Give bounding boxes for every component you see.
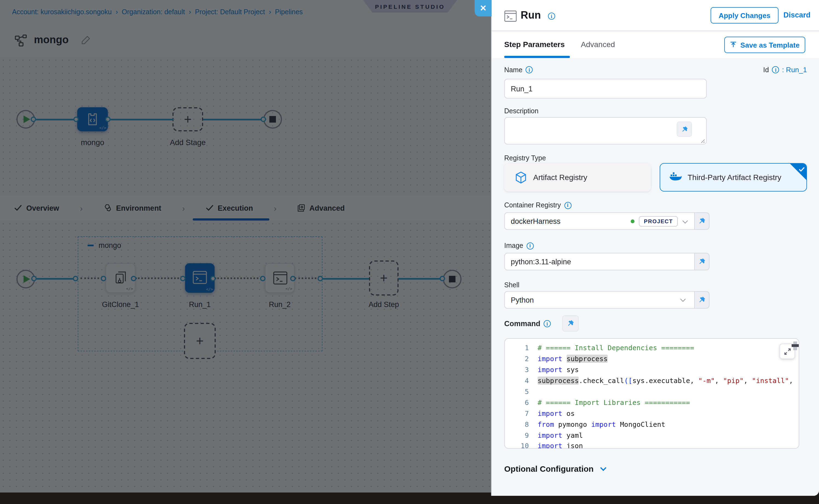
discard-button[interactable]: Discard <box>783 11 811 19</box>
pin-icon <box>698 258 706 265</box>
code-text: import subprocess <box>538 355 608 363</box>
code-line[interactable]: 2import subprocess <box>505 354 799 364</box>
expand-icon <box>784 348 791 355</box>
description-input[interactable] <box>504 117 707 144</box>
selected-check-icon <box>799 165 805 173</box>
upload-icon <box>730 41 737 48</box>
line-number: 7 <box>505 409 538 418</box>
chevron-down-icon <box>600 465 607 471</box>
description-label: Description <box>504 107 539 115</box>
code-text: subprocess.check_call([sys.executable, "… <box>538 376 793 385</box>
pin-button[interactable] <box>695 291 710 309</box>
name-input[interactable] <box>504 79 707 99</box>
info-icon[interactable]: i <box>548 13 555 20</box>
code-line[interactable]: 8from pymongo import MongoClient <box>505 419 799 430</box>
info-icon[interactable]: i <box>544 320 551 327</box>
shell-select[interactable]: Python <box>504 291 695 309</box>
line-number: 2 <box>505 355 538 363</box>
pin-icon <box>681 126 688 133</box>
line-number: 9 <box>505 431 538 439</box>
step-config-drawer: ✕ Run i Apply Changes Discard Step Param… <box>491 0 819 496</box>
line-number: 1 <box>505 344 538 352</box>
pin-button[interactable] <box>562 315 579 332</box>
pin-button[interactable] <box>695 253 710 270</box>
line-number: 8 <box>505 420 538 428</box>
name-label: Namei <box>504 66 533 74</box>
image-label: Imagei <box>504 242 534 250</box>
line-number: 6 <box>505 398 538 407</box>
pipeline-studio-screen: Account: kurosakiichigo.songoku › Organi… <box>0 0 819 504</box>
step-parameters-form: Namei Idi : Run_1 Description Registry T… <box>492 58 819 496</box>
code-text: # ====== Install Dependencies ======== <box>538 344 694 352</box>
pin-button[interactable] <box>695 212 710 230</box>
code-text: # ====== Import Libraries =========== <box>538 398 690 407</box>
code-line[interactable]: 5 <box>505 386 799 397</box>
info-icon[interactable]: i <box>772 66 779 73</box>
code-line[interactable]: 4subprocess.check_call([sys.executable, … <box>505 375 799 386</box>
image-input[interactable] <box>504 253 695 270</box>
code-line[interactable]: 1# ====== Install Dependencies ======== <box>505 343 799 354</box>
chevron-down-icon <box>680 296 686 302</box>
pin-icon <box>567 320 574 327</box>
connectivity-dot <box>631 219 635 223</box>
info-icon[interactable]: i <box>526 66 533 73</box>
code-text: import sys <box>538 366 579 374</box>
modal-dim-overlay[interactable] <box>0 0 491 493</box>
line-number: 10 <box>505 442 538 449</box>
code-text: import os <box>538 409 575 418</box>
active-tab-underline <box>504 56 570 58</box>
editor-overview-marker <box>792 344 799 347</box>
container-registry-label: Container Registryi <box>504 201 571 209</box>
tab-advanced-panel[interactable]: Advanced <box>581 40 615 49</box>
line-number: 5 <box>505 387 538 396</box>
pin-icon <box>698 296 706 304</box>
command-code-editor[interactable]: 1# ====== Install Dependencies ========2… <box>504 338 799 449</box>
drawer-title: Run <box>521 9 541 21</box>
pin-icon <box>698 217 706 225</box>
close-drawer-button[interactable]: ✕ <box>475 0 492 16</box>
tab-step-parameters[interactable]: Step Parameters <box>504 40 565 49</box>
code-line[interactable]: 7import os <box>505 408 799 419</box>
code-text: import json <box>538 442 583 449</box>
drawer-tabs-bar: Step Parameters Advanced Save as Templat… <box>492 31 819 58</box>
drawer-header: Run i Apply Changes Discard <box>492 0 819 31</box>
line-number: 4 <box>505 376 538 385</box>
shell-label: Shell <box>504 281 520 289</box>
run-step-icon <box>504 10 517 24</box>
code-line[interactable]: 9import yaml <box>505 430 799 441</box>
apply-changes-button[interactable]: Apply Changes <box>711 7 779 24</box>
optional-configuration-toggle[interactable]: Optional Configuration <box>504 464 606 473</box>
step-id-value: : Run_1 <box>782 66 807 74</box>
code-line[interactable]: 3import sys <box>505 364 799 375</box>
step-id: Idi : Run_1 <box>763 66 807 74</box>
command-label: Commandi <box>504 320 551 328</box>
registry-option-artifact[interactable]: Artifact Registry <box>504 163 651 192</box>
scope-badge: PROJECT <box>639 216 678 226</box>
info-icon[interactable]: i <box>527 242 534 249</box>
resize-handle[interactable] <box>700 138 705 143</box>
line-number: 3 <box>505 366 538 374</box>
code-text: from pymongo import MongoClient <box>538 420 665 428</box>
artifact-registry-icon <box>515 171 527 184</box>
chevron-down-icon[interactable] <box>682 218 688 223</box>
save-as-template-button[interactable]: Save as Template <box>724 37 805 53</box>
registry-type-label: Registry Type <box>504 154 546 162</box>
info-icon[interactable]: i <box>564 202 571 209</box>
docker-icon <box>669 172 682 183</box>
pin-button[interactable] <box>677 121 692 137</box>
code-line[interactable]: 10import json <box>505 441 799 449</box>
registry-option-third-party[interactable]: Third-Party Artifact Registry <box>660 163 807 192</box>
code-text: import yaml <box>538 431 583 439</box>
code-line[interactable]: 6# ====== Import Libraries =========== <box>505 397 799 408</box>
container-registry-input[interactable]: dockerHarness PROJECT <box>504 212 695 230</box>
